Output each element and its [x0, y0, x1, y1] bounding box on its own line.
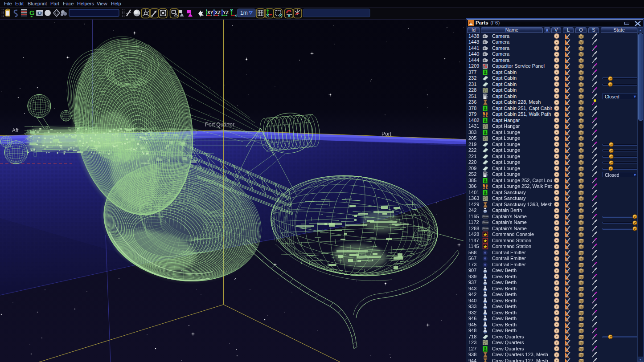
svg-text:XZ: XZ	[215, 10, 221, 15]
svg-text:Port Quarter: Port Quarter	[205, 122, 234, 128]
svg-text:Port: Port	[381, 131, 392, 137]
svg-text:YZ: YZ	[223, 10, 229, 15]
svg-text:XY: XY	[207, 10, 213, 15]
svg-text:G: G	[29, 9, 35, 16]
svg-text:1m: 1m	[240, 10, 248, 16]
svg-text:Aft: Aft	[12, 127, 19, 134]
